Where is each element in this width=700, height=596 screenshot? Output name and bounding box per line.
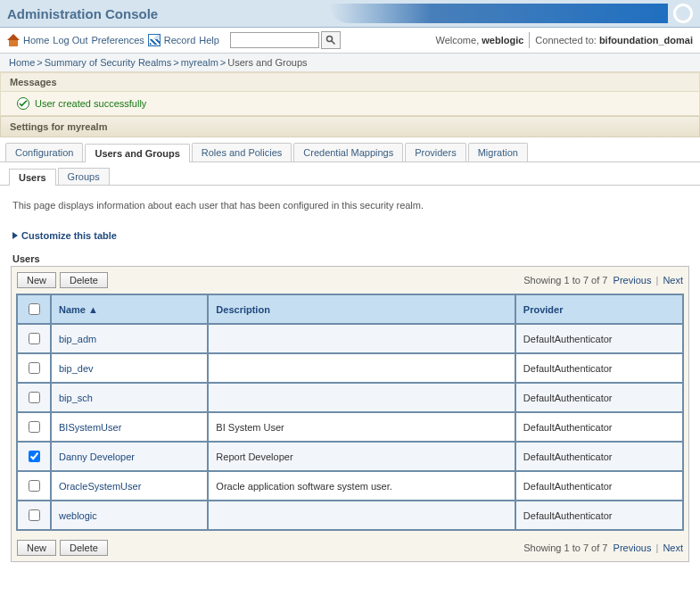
row-checkbox[interactable] (29, 421, 40, 433)
breadcrumb-current: Users and Groups (227, 57, 307, 68)
user-provider: DefaultAuthenticator (515, 442, 683, 471)
delete-button-bottom[interactable]: Delete (60, 540, 108, 556)
home-icon (7, 34, 20, 46)
success-icon (17, 97, 29, 110)
user-provider: DefaultAuthenticator (515, 383, 683, 412)
record-link[interactable]: Record (164, 35, 195, 46)
user-provider: DefaultAuthenticator (515, 324, 683, 353)
table-row: bip_schDefaultAuthenticator (17, 383, 683, 412)
toolbar: Home Log Out Preferences Record Help Wel… (0, 28, 700, 54)
table-row: Danny DeveloperReport DeveloperDefaultAu… (17, 442, 683, 471)
home-link[interactable]: Home (23, 35, 49, 46)
title-bar: Administration Console (0, 0, 700, 28)
messages-header: Messages (1, 73, 699, 92)
next-link-bottom[interactable]: Next (663, 542, 683, 553)
user-provider: DefaultAuthenticator (515, 501, 683, 530)
svg-point-0 (326, 37, 332, 42)
user-link[interactable]: bip_sch (59, 393, 93, 403)
breadcrumb-home[interactable]: Home (9, 57, 35, 68)
customize-table-link[interactable]: Customize this table (0, 225, 700, 246)
user-link[interactable]: bip_adm (59, 334, 96, 344)
row-checkbox[interactable] (29, 362, 40, 374)
prev-link-bottom[interactable]: Previous (614, 542, 652, 553)
subtab-groups[interactable]: Groups (58, 168, 110, 185)
new-button-top[interactable]: New (17, 272, 56, 288)
new-button-bottom[interactable]: New (17, 540, 56, 556)
row-checkbox[interactable] (29, 451, 40, 462)
success-message: User created successfully (35, 98, 146, 109)
connection-text: Connected to: bifoundation_domai (535, 35, 693, 46)
preferences-link[interactable]: Preferences (91, 35, 144, 46)
next-link-top[interactable]: Next (663, 275, 683, 286)
table-row: weblogicDefaultAuthenticator (17, 501, 683, 530)
user-description: Report Developer (208, 442, 515, 471)
table-title: Users (0, 246, 700, 266)
main-tabs: ConfigurationUsers and GroupsRoles and P… (0, 137, 700, 162)
delete-button-top[interactable]: Delete (60, 272, 108, 288)
breadcrumb-myrealm[interactable]: myrealm (181, 57, 218, 68)
sub-tabs: UsersGroups (0, 162, 700, 186)
help-link[interactable]: Help (199, 35, 219, 46)
user-provider: DefaultAuthenticator (515, 412, 683, 442)
row-checkbox[interactable] (29, 392, 40, 403)
prev-link-top[interactable]: Previous (614, 275, 652, 286)
user-link[interactable]: weblogic (59, 510, 97, 521)
user-description (208, 324, 515, 353)
oracle-logo-icon (673, 4, 693, 23)
row-checkbox[interactable] (29, 509, 40, 521)
page-description: This page displays information about eac… (0, 186, 700, 225)
user-description: Oracle application software system user. (208, 471, 515, 501)
expand-arrow-icon (12, 232, 18, 239)
row-checkbox[interactable] (29, 480, 40, 492)
user-link[interactable]: BISystemUser (59, 422, 121, 433)
select-all-checkbox[interactable] (29, 303, 40, 315)
welcome-text: Welcome, weblogic (436, 35, 524, 46)
users-table: Name▲ Description Provider bip_admDefaul… (16, 294, 684, 531)
user-provider: DefaultAuthenticator (515, 353, 683, 383)
app-title: Administration Console (7, 6, 158, 21)
paging-bottom: Showing 1 to 7 of 7 Previous | Next (523, 542, 683, 553)
user-link[interactable]: Danny Developer (59, 451, 135, 462)
col-description[interactable]: Description (208, 294, 515, 324)
user-provider: DefaultAuthenticator (515, 471, 683, 501)
sort-asc-icon: ▲ (88, 304, 98, 315)
messages-panel: Messages User created successfully (0, 72, 700, 116)
user-link[interactable]: OracleSystemUser (59, 481, 141, 492)
divider (529, 32, 530, 48)
breadcrumb: Home>Summary of Security Realms>myrealm>… (0, 54, 700, 72)
tab-roles-and-policies[interactable]: Roles and Policies (192, 143, 292, 161)
tab-users-and-groups[interactable]: Users and Groups (85, 144, 189, 162)
settings-header: Settings for myrealm (0, 116, 700, 137)
table-row: bip_admDefaultAuthenticator (17, 324, 683, 353)
user-description (208, 501, 515, 530)
paging-top: Showing 1 to 7 of 7 Previous | Next (523, 275, 683, 286)
col-provider[interactable]: Provider (515, 294, 683, 324)
row-checkbox[interactable] (29, 333, 40, 344)
subtab-users[interactable]: Users (9, 169, 56, 186)
user-link[interactable]: bip_dev (59, 363, 94, 374)
table-row: bip_devDefaultAuthenticator (17, 353, 683, 383)
user-description: BI System User (208, 412, 515, 442)
col-name[interactable]: Name▲ (51, 294, 208, 324)
select-all-header[interactable] (17, 294, 51, 324)
svg-line-1 (332, 41, 335, 45)
logout-link[interactable]: Log Out (53, 35, 87, 46)
tab-credential-mappings[interactable]: Credential Mappings (293, 143, 403, 161)
user-description (208, 353, 515, 383)
table-row: BISystemUserBI System UserDefaultAuthent… (17, 412, 683, 442)
table-row: OracleSystemUserOracle application softw… (17, 471, 683, 501)
breadcrumb-srealms[interactable]: Summary of Security Realms (45, 57, 171, 68)
tab-providers[interactable]: Providers (405, 143, 465, 161)
search-icon (325, 35, 336, 46)
tab-configuration[interactable]: Configuration (5, 143, 83, 161)
search-button[interactable] (321, 31, 341, 49)
record-icon (148, 34, 161, 46)
user-description (208, 383, 515, 412)
tab-migration[interactable]: Migration (468, 143, 528, 161)
search-input[interactable] (230, 32, 319, 48)
